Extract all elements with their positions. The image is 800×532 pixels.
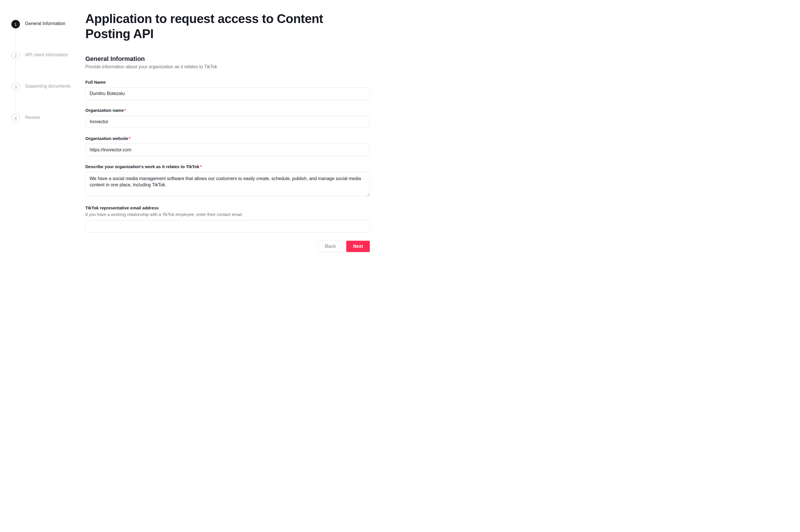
form-group-full-name: Full Name (85, 80, 370, 100)
step-item-review[interactable]: 4 Review (12, 114, 85, 122)
step-item-api-client-information[interactable]: 2 API client information (12, 51, 85, 82)
step-label: General Information (25, 20, 65, 26)
label-text: Organization name (85, 108, 124, 113)
label-text: Describe your organization's work as it … (85, 164, 199, 169)
next-button[interactable]: Next (346, 241, 370, 252)
section-title: General Information (85, 55, 370, 62)
button-row: Back Next (85, 241, 370, 252)
full-name-input[interactable] (85, 87, 370, 100)
form-group-organization-website: Organization website* (85, 136, 370, 156)
field-label-organization-description: Describe your organization's work as it … (85, 164, 370, 169)
step-circle-3: 3 (12, 82, 20, 91)
form-group-organization-name: Organization name* (85, 108, 370, 128)
field-label-organization-name: Organization name* (85, 108, 370, 113)
organization-name-input[interactable] (85, 115, 370, 128)
step-circle-1: 1 (12, 20, 20, 28)
step-label: Review (25, 114, 40, 120)
tiktok-rep-email-input[interactable] (85, 220, 370, 233)
back-button[interactable]: Back (318, 241, 343, 252)
section-subtitle: Provide information about your organizat… (85, 64, 370, 70)
page-title: Application to request access to Content… (85, 12, 370, 41)
step-indicator: 2 (12, 51, 20, 82)
step-connector (16, 92, 16, 113)
required-asterisk: * (129, 136, 131, 141)
step-indicator: 1 (12, 20, 20, 51)
form-group-organization-description: Describe your organization's work as it … (85, 164, 370, 197)
step-item-supporting-documents[interactable]: 3 Supporting documents (12, 82, 85, 114)
field-help-tiktok-rep: If you have a working relationship with … (85, 212, 370, 217)
step-circle-4: 4 (12, 114, 20, 122)
label-text: Organization website (85, 136, 128, 141)
field-label-tiktok-rep: TikTok representative email address (85, 205, 370, 210)
field-label-organization-website: Organization website* (85, 136, 370, 141)
organization-website-input[interactable] (85, 144, 370, 156)
step-indicator: 4 (12, 114, 20, 122)
step-connector (16, 61, 16, 81)
main-content: Application to request access to Content… (85, 12, 370, 520)
required-asterisk: * (200, 164, 202, 169)
form-group-tiktok-rep: TikTok representative email address If y… (85, 205, 370, 233)
required-asterisk: * (124, 108, 126, 113)
organization-description-textarea[interactable] (85, 172, 370, 196)
step-label: API client information (25, 51, 68, 57)
step-label: Supporting documents (25, 82, 71, 89)
field-label-full-name: Full Name (85, 80, 370, 84)
step-sidebar: 1 General Information 2 API client infor… (12, 12, 85, 520)
step-circle-2: 2 (12, 51, 20, 60)
step-indicator: 3 (12, 82, 20, 114)
step-item-general-information[interactable]: 1 General Information (12, 20, 85, 51)
step-connector (16, 30, 16, 50)
